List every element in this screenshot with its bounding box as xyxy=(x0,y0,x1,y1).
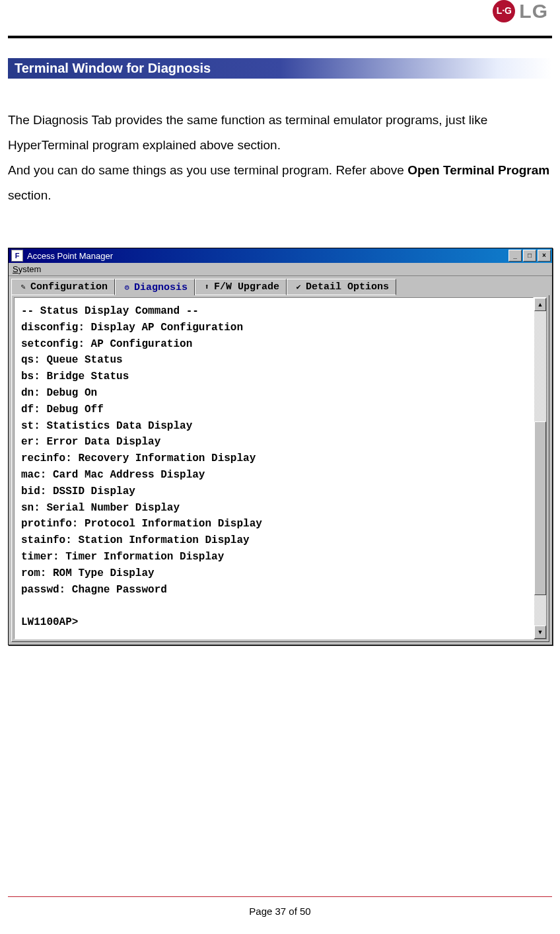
system-menu-icon[interactable]: F xyxy=(11,250,23,262)
menu-system-label: ystem xyxy=(18,264,42,274)
page-header: L·G LG xyxy=(8,0,552,36)
header-divider xyxy=(8,36,552,38)
paragraph-line1: The Diagnosis Tab provides the same func… xyxy=(8,113,487,152)
wrench-icon: ✎ xyxy=(18,283,28,292)
menu-system-hotkey: S xyxy=(13,264,18,274)
upgrade-icon: ⬆ xyxy=(202,283,211,292)
minimize-button[interactable]: _ xyxy=(508,250,522,262)
paragraph-line2a: And you can do same things as you use te… xyxy=(8,163,407,177)
app-window: F Access Point Manager _ □ × System ✎ Co… xyxy=(8,248,553,645)
scroll-track[interactable] xyxy=(534,311,546,626)
titlebar[interactable]: F Access Point Manager _ □ × xyxy=(9,248,552,263)
options-icon: ✔ xyxy=(294,283,303,292)
tab-bar: ✎ Configuration ⚙ Diagnosis ⬆ F/W Upgrad… xyxy=(9,275,552,295)
terminal-container: -- Status Display Command -- disconfig: … xyxy=(14,297,547,639)
vertical-scrollbar[interactable]: ▲ ▼ xyxy=(534,297,547,639)
page-footer: Page 37 of 50 xyxy=(0,906,560,917)
terminal-output[interactable]: -- Status Display Command -- disconfig: … xyxy=(14,297,534,639)
tab-detail-options-label: Detail Options xyxy=(306,281,389,293)
menu-bar[interactable]: System xyxy=(9,263,552,275)
tab-configuration[interactable]: ✎ Configuration xyxy=(11,279,115,295)
tab-panel: -- Status Display Command -- disconfig: … xyxy=(11,295,549,642)
gear-icon: ⚙ xyxy=(122,283,131,292)
footer-divider xyxy=(8,896,552,897)
window-controls: _ □ × xyxy=(507,250,551,262)
scroll-thumb[interactable] xyxy=(534,421,546,596)
tab-diagnosis[interactable]: ⚙ Diagnosis xyxy=(115,279,195,295)
tab-configuration-label: Configuration xyxy=(30,281,108,293)
scroll-down-button[interactable]: ▼ xyxy=(534,626,546,639)
window-title: Access Point Manager xyxy=(26,251,507,261)
maximize-button[interactable]: □ xyxy=(523,250,536,262)
section-heading: Terminal Window for Diagnosis xyxy=(8,58,552,79)
tab-diagnosis-label: Diagnosis xyxy=(134,282,188,293)
body-paragraph: The Diagnosis Tab provides the same func… xyxy=(8,108,552,208)
tab-fw-upgrade-label: F/W Upgrade xyxy=(214,281,279,293)
paragraph-line2b: section. xyxy=(8,188,51,202)
tab-fw-upgrade[interactable]: ⬆ F/W Upgrade xyxy=(195,279,287,295)
close-button[interactable]: × xyxy=(538,250,551,262)
lg-logo-icon: L·G xyxy=(493,0,515,22)
scroll-up-button[interactable]: ▲ xyxy=(534,298,546,311)
lg-logo: L·G LG xyxy=(493,0,548,22)
tab-detail-options[interactable]: ✔ Detail Options xyxy=(287,279,396,295)
paragraph-bold: Open Terminal Program xyxy=(407,163,549,177)
lg-logo-text: LG xyxy=(519,0,548,22)
